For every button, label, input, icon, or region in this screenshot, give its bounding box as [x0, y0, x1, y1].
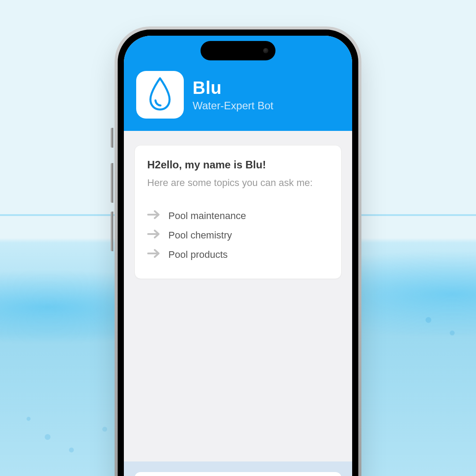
phone-side-button — [111, 212, 113, 251]
arrow-right-icon — [147, 249, 160, 261]
topic-pool-maintenance[interactable]: Pool maintenance — [147, 210, 329, 222]
arrow-right-icon — [147, 210, 160, 222]
phone-bezel: Blu Water-Expert Bot H2ello, my name is … — [118, 30, 358, 476]
app-title: Blu — [193, 78, 273, 98]
topic-label: Pool maintenance — [168, 210, 246, 222]
topic-pool-products[interactable]: Pool products — [147, 249, 329, 261]
phone-frame: Blu Water-Expert Bot H2ello, my name is … — [115, 26, 361, 476]
app-logo-tile — [136, 71, 184, 119]
topic-pool-chemistry[interactable]: Pool chemistry — [147, 229, 329, 242]
arrow-right-icon — [147, 229, 160, 242]
intro-card: H2ello, my name is Blu! Here are some to… — [134, 145, 342, 279]
topic-list: Pool maintenance Pool chemistry — [147, 210, 329, 261]
topic-label: Pool products — [168, 249, 228, 260]
composer-inner — [134, 472, 342, 476]
composer-bar — [124, 461, 352, 476]
greeting-subtext: Here are some topics you can ask me: — [147, 177, 329, 189]
phone-side-button — [111, 128, 113, 148]
topic-label: Pool chemistry — [168, 230, 232, 241]
app-subtitle: Water-Expert Bot — [193, 100, 273, 112]
dynamic-island — [201, 41, 275, 60]
chat-body: H2ello, my name is Blu! Here are some to… — [124, 131, 352, 461]
phone-side-button — [111, 163, 113, 203]
app-screen: Blu Water-Expert Bot H2ello, my name is … — [124, 36, 352, 476]
greeting-text: H2ello, my name is Blu! — [147, 159, 329, 171]
water-drop-icon — [147, 76, 173, 113]
